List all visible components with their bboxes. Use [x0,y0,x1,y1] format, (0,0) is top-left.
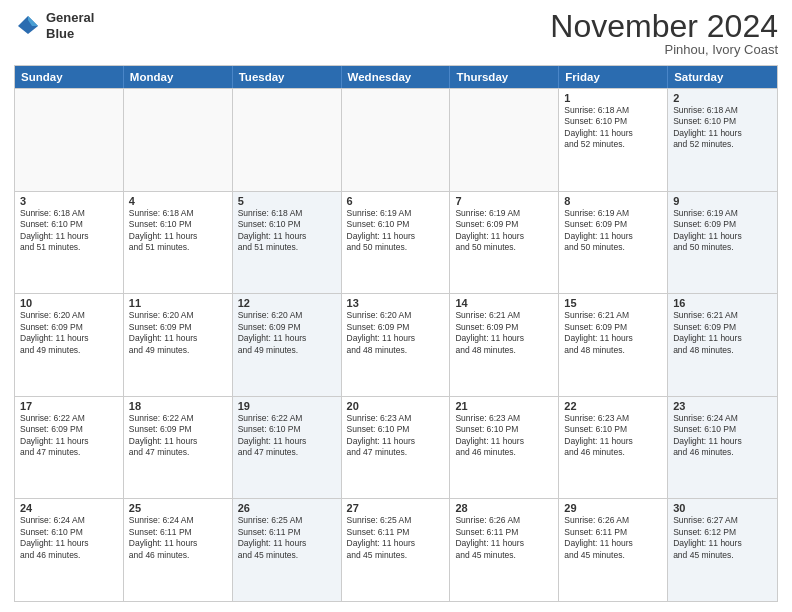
day-number: 2 [673,92,772,104]
day-cell-21: 21Sunrise: 6:23 AM Sunset: 6:10 PM Dayli… [450,397,559,499]
empty-cell [124,89,233,191]
day-number: 22 [564,400,662,412]
cell-info: Sunrise: 6:19 AM Sunset: 6:10 PM Dayligh… [347,208,445,254]
cell-info: Sunrise: 6:18 AM Sunset: 6:10 PM Dayligh… [129,208,227,254]
day-number: 7 [455,195,553,207]
cell-info: Sunrise: 6:18 AM Sunset: 6:10 PM Dayligh… [673,105,772,151]
calendar-body: 1Sunrise: 6:18 AM Sunset: 6:10 PM Daylig… [15,88,777,601]
calendar-row-0: 1Sunrise: 6:18 AM Sunset: 6:10 PM Daylig… [15,88,777,191]
day-cell-19: 19Sunrise: 6:22 AM Sunset: 6:10 PM Dayli… [233,397,342,499]
cell-info: Sunrise: 6:26 AM Sunset: 6:11 PM Dayligh… [564,515,662,561]
cell-info: Sunrise: 6:25 AM Sunset: 6:11 PM Dayligh… [347,515,445,561]
day-cell-9: 9Sunrise: 6:19 AM Sunset: 6:09 PM Daylig… [668,192,777,294]
day-cell-17: 17Sunrise: 6:22 AM Sunset: 6:09 PM Dayli… [15,397,124,499]
header-day-monday: Monday [124,66,233,88]
day-cell-13: 13Sunrise: 6:20 AM Sunset: 6:09 PM Dayli… [342,294,451,396]
day-number: 5 [238,195,336,207]
empty-cell [450,89,559,191]
day-number: 16 [673,297,772,309]
logo-text: General Blue [46,10,94,41]
cell-info: Sunrise: 6:19 AM Sunset: 6:09 PM Dayligh… [455,208,553,254]
calendar-row-4: 24Sunrise: 6:24 AM Sunset: 6:10 PM Dayli… [15,498,777,601]
day-number: 23 [673,400,772,412]
day-number: 28 [455,502,553,514]
day-cell-14: 14Sunrise: 6:21 AM Sunset: 6:09 PM Dayli… [450,294,559,396]
day-cell-11: 11Sunrise: 6:20 AM Sunset: 6:09 PM Dayli… [124,294,233,396]
day-number: 20 [347,400,445,412]
cell-info: Sunrise: 6:19 AM Sunset: 6:09 PM Dayligh… [673,208,772,254]
day-number: 30 [673,502,772,514]
day-number: 21 [455,400,553,412]
day-number: 3 [20,195,118,207]
day-number: 15 [564,297,662,309]
cell-info: Sunrise: 6:23 AM Sunset: 6:10 PM Dayligh… [564,413,662,459]
day-number: 8 [564,195,662,207]
day-number: 11 [129,297,227,309]
cell-info: Sunrise: 6:24 AM Sunset: 6:10 PM Dayligh… [20,515,118,561]
day-number: 10 [20,297,118,309]
day-number: 1 [564,92,662,104]
cell-info: Sunrise: 6:23 AM Sunset: 6:10 PM Dayligh… [347,413,445,459]
cell-info: Sunrise: 6:27 AM Sunset: 6:12 PM Dayligh… [673,515,772,561]
cell-info: Sunrise: 6:20 AM Sunset: 6:09 PM Dayligh… [238,310,336,356]
logo: General Blue [14,10,94,41]
day-number: 29 [564,502,662,514]
calendar-row-2: 10Sunrise: 6:20 AM Sunset: 6:09 PM Dayli… [15,293,777,396]
day-number: 26 [238,502,336,514]
day-number: 4 [129,195,227,207]
day-cell-2: 2Sunrise: 6:18 AM Sunset: 6:10 PM Daylig… [668,89,777,191]
header-day-saturday: Saturday [668,66,777,88]
day-cell-12: 12Sunrise: 6:20 AM Sunset: 6:09 PM Dayli… [233,294,342,396]
cell-info: Sunrise: 6:18 AM Sunset: 6:10 PM Dayligh… [238,208,336,254]
cell-info: Sunrise: 6:24 AM Sunset: 6:11 PM Dayligh… [129,515,227,561]
title-block: November 2024 Pinhou, Ivory Coast [550,10,778,57]
empty-cell [233,89,342,191]
day-cell-3: 3Sunrise: 6:18 AM Sunset: 6:10 PM Daylig… [15,192,124,294]
day-cell-15: 15Sunrise: 6:21 AM Sunset: 6:09 PM Dayli… [559,294,668,396]
day-number: 19 [238,400,336,412]
day-cell-16: 16Sunrise: 6:21 AM Sunset: 6:09 PM Dayli… [668,294,777,396]
day-cell-4: 4Sunrise: 6:18 AM Sunset: 6:10 PM Daylig… [124,192,233,294]
day-cell-22: 22Sunrise: 6:23 AM Sunset: 6:10 PM Dayli… [559,397,668,499]
day-cell-28: 28Sunrise: 6:26 AM Sunset: 6:11 PM Dayli… [450,499,559,601]
header-day-thursday: Thursday [450,66,559,88]
day-cell-24: 24Sunrise: 6:24 AM Sunset: 6:10 PM Dayli… [15,499,124,601]
day-number: 18 [129,400,227,412]
calendar-row-3: 17Sunrise: 6:22 AM Sunset: 6:09 PM Dayli… [15,396,777,499]
day-number: 25 [129,502,227,514]
cell-info: Sunrise: 6:21 AM Sunset: 6:09 PM Dayligh… [564,310,662,356]
cell-info: Sunrise: 6:20 AM Sunset: 6:09 PM Dayligh… [20,310,118,356]
month-title: November 2024 [550,10,778,42]
day-cell-7: 7Sunrise: 6:19 AM Sunset: 6:09 PM Daylig… [450,192,559,294]
day-number: 13 [347,297,445,309]
cell-info: Sunrise: 6:26 AM Sunset: 6:11 PM Dayligh… [455,515,553,561]
day-cell-6: 6Sunrise: 6:19 AM Sunset: 6:10 PM Daylig… [342,192,451,294]
cell-info: Sunrise: 6:22 AM Sunset: 6:10 PM Dayligh… [238,413,336,459]
calendar-header: SundayMondayTuesdayWednesdayThursdayFrid… [15,66,777,88]
location: Pinhou, Ivory Coast [550,42,778,57]
day-number: 12 [238,297,336,309]
day-cell-26: 26Sunrise: 6:25 AM Sunset: 6:11 PM Dayli… [233,499,342,601]
day-cell-10: 10Sunrise: 6:20 AM Sunset: 6:09 PM Dayli… [15,294,124,396]
cell-info: Sunrise: 6:18 AM Sunset: 6:10 PM Dayligh… [20,208,118,254]
day-cell-1: 1Sunrise: 6:18 AM Sunset: 6:10 PM Daylig… [559,89,668,191]
day-number: 9 [673,195,772,207]
header: General Blue November 2024 Pinhou, Ivory… [14,10,778,57]
day-cell-20: 20Sunrise: 6:23 AM Sunset: 6:10 PM Dayli… [342,397,451,499]
day-cell-18: 18Sunrise: 6:22 AM Sunset: 6:09 PM Dayli… [124,397,233,499]
header-day-friday: Friday [559,66,668,88]
empty-cell [342,89,451,191]
day-cell-30: 30Sunrise: 6:27 AM Sunset: 6:12 PM Dayli… [668,499,777,601]
day-cell-25: 25Sunrise: 6:24 AM Sunset: 6:11 PM Dayli… [124,499,233,601]
cell-info: Sunrise: 6:18 AM Sunset: 6:10 PM Dayligh… [564,105,662,151]
day-number: 6 [347,195,445,207]
calendar-row-1: 3Sunrise: 6:18 AM Sunset: 6:10 PM Daylig… [15,191,777,294]
cell-info: Sunrise: 6:20 AM Sunset: 6:09 PM Dayligh… [347,310,445,356]
cell-info: Sunrise: 6:23 AM Sunset: 6:10 PM Dayligh… [455,413,553,459]
cell-info: Sunrise: 6:22 AM Sunset: 6:09 PM Dayligh… [20,413,118,459]
day-number: 14 [455,297,553,309]
day-cell-5: 5Sunrise: 6:18 AM Sunset: 6:10 PM Daylig… [233,192,342,294]
day-cell-23: 23Sunrise: 6:24 AM Sunset: 6:10 PM Dayli… [668,397,777,499]
day-cell-27: 27Sunrise: 6:25 AM Sunset: 6:11 PM Dayli… [342,499,451,601]
day-cell-29: 29Sunrise: 6:26 AM Sunset: 6:11 PM Dayli… [559,499,668,601]
